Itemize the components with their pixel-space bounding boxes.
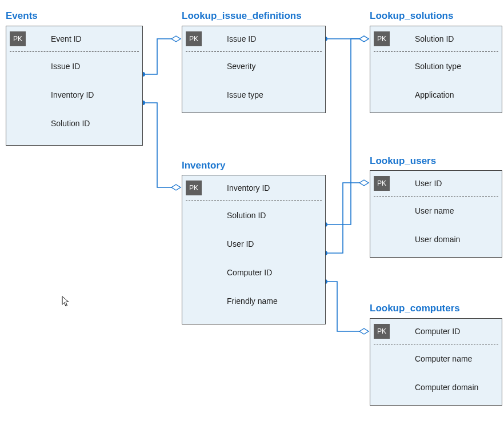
entity-title-events: Events — [6, 10, 38, 22]
field-label: Friendly name — [227, 296, 278, 306]
solutions-pk-row: PK Solution ID — [370, 26, 502, 51]
pk-badge: PK — [186, 181, 202, 195]
pk-badge: PK — [374, 176, 390, 191]
inventory-field-userid: User ID — [182, 230, 325, 258]
computers-pk-field: Computer ID — [415, 327, 460, 336]
issuedef-pk-field: Issue ID — [227, 34, 256, 43]
inventory-pk-row: PK Inventory ID — [182, 175, 325, 201]
users-field-domain: User domain — [370, 225, 502, 254]
pk-badge: PK — [10, 31, 26, 46]
field-label: Solution ID — [227, 211, 266, 220]
entity-title-inventory: Inventory — [182, 160, 226, 171]
field-label: Application — [415, 90, 454, 99]
field-label: Issue type — [227, 90, 263, 99]
pk-badge: PK — [374, 31, 390, 46]
field-label: User domain — [415, 235, 460, 244]
pk-badge: PK — [374, 324, 390, 339]
entity-title-solutions: Lookup_solutions — [370, 10, 453, 22]
field-label: User ID — [227, 239, 254, 248]
entity-lookup-computers: PK Computer ID Computer name Computer do… — [370, 318, 502, 406]
computers-field-domain: Computer domain — [370, 373, 502, 402]
issuedef-field-severity: Severity — [182, 52, 325, 81]
events-field-solutionid: Solution ID — [6, 109, 142, 138]
users-pk-field: User ID — [415, 179, 442, 188]
issuedef-field-issuetype: Issue type — [182, 81, 325, 109]
solutions-field-type: Solution type — [370, 52, 502, 81]
er-diagram-canvas: Events PK Event ID Issue ID Inventory ID… — [0, 0, 504, 425]
inventory-field-solutionid: Solution ID — [182, 201, 325, 230]
solutions-pk-field: Solution ID — [415, 34, 454, 43]
events-field-issueid: Issue ID — [6, 52, 142, 81]
pk-badge: PK — [186, 31, 202, 46]
rel-events-to-issuedef — [141, 36, 181, 77]
entity-title-users: Lookup_users — [370, 155, 436, 167]
entity-title-issuedef: Lookup_issue_definitions — [182, 10, 302, 22]
computers-field-name: Computer name — [370, 344, 502, 373]
field-label: Solution ID — [51, 119, 90, 128]
entity-lookup-solutions: PK Solution ID Solution type Application — [370, 26, 502, 113]
solutions-field-application: Application — [370, 81, 502, 109]
rel-inventory-to-solutions — [323, 36, 369, 227]
cursor-icon — [62, 296, 70, 307]
users-pk-row: PK User ID — [370, 171, 502, 196]
field-label: Computer name — [415, 354, 472, 363]
inventory-field-computerid: Computer ID — [182, 258, 325, 287]
entity-inventory: PK Inventory ID Solution ID User ID Comp… — [182, 175, 326, 324]
events-pk-row: PK Event ID — [6, 26, 142, 51]
rel-events-to-inventory — [141, 101, 181, 190]
entity-lookup-issue-definitions: PK Issue ID Severity Issue type — [182, 26, 326, 113]
users-field-name: User name — [370, 197, 502, 225]
field-label: Solution type — [415, 62, 461, 71]
computers-pk-row: PK Computer ID — [370, 319, 502, 344]
entity-title-computers: Lookup_computers — [370, 303, 460, 314]
events-pk-field: Event ID — [51, 34, 82, 43]
field-label: Computer domain — [415, 383, 478, 392]
field-label: Issue ID — [51, 62, 80, 71]
field-label: Inventory ID — [51, 90, 94, 99]
inventory-pk-field: Inventory ID — [227, 183, 270, 193]
inventory-field-friendlyname: Friendly name — [182, 287, 325, 315]
rel-inventory-to-computers — [323, 279, 369, 334]
entity-events: PK Event ID Issue ID Inventory ID Soluti… — [6, 26, 143, 146]
rel-inventory-to-users — [323, 180, 369, 255]
entity-lookup-users: PK User ID User name User domain — [370, 170, 502, 258]
issuedef-pk-row: PK Issue ID — [182, 26, 325, 51]
events-field-inventoryid: Inventory ID — [6, 81, 142, 109]
field-label: Severity — [227, 62, 256, 71]
rel-issuedef-to-solutions — [323, 36, 369, 42]
field-label: User name — [415, 206, 454, 215]
field-label: Computer ID — [227, 268, 272, 277]
